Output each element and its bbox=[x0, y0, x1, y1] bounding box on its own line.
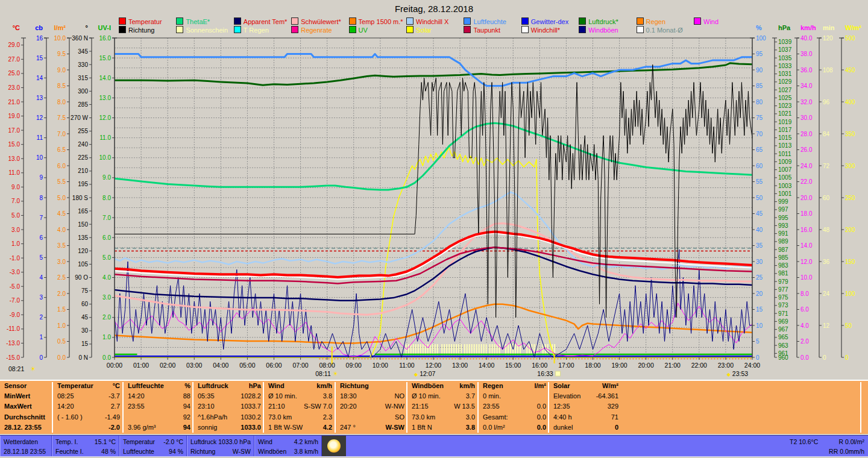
svg-text:02:00: 02:00 bbox=[160, 362, 175, 369]
status-section-3: Luftdruck1033.0 hPaRichtungW-SW bbox=[187, 436, 254, 456]
table-col-solar: SolarW/m²Elevation-64.36112:353294:40 h7… bbox=[550, 381, 621, 434]
svg-text:9.0: 9.0 bbox=[102, 174, 111, 181]
svg-text:2.0: 2.0 bbox=[57, 290, 66, 297]
svg-text:90 O: 90 O bbox=[75, 274, 88, 281]
svg-text:108: 108 bbox=[823, 67, 833, 74]
svg-text:285: 285 bbox=[78, 101, 88, 108]
svg-text:19.0: 19.0 bbox=[8, 113, 20, 119]
svg-text:50: 50 bbox=[756, 195, 763, 201]
svg-text:969: 969 bbox=[778, 318, 788, 325]
svg-text:1001: 1001 bbox=[778, 190, 792, 197]
sensor-summary-table: SensorMinWertMaxWertDurchschnitt28.12. 2… bbox=[0, 380, 868, 434]
svg-text:-13.0: -13.0 bbox=[6, 340, 20, 347]
axis-Wm bbox=[839, 38, 844, 357]
svg-text:105: 105 bbox=[78, 261, 88, 268]
svg-text:1037: 1037 bbox=[778, 46, 792, 53]
svg-text:11: 11 bbox=[37, 134, 43, 141]
svg-text:24: 24 bbox=[823, 290, 830, 297]
svg-text:1019: 1019 bbox=[778, 119, 792, 125]
axis-min bbox=[817, 38, 822, 357]
svg-text:1033: 1033 bbox=[778, 63, 792, 69]
svg-text:48: 48 bbox=[823, 227, 830, 233]
svg-text:34.0: 34.0 bbox=[800, 83, 813, 89]
svg-text:14.0: 14.0 bbox=[99, 75, 112, 81]
svg-text:2.0: 2.0 bbox=[102, 314, 111, 321]
svg-text:5.0: 5.0 bbox=[57, 195, 66, 201]
svg-text:1027: 1027 bbox=[778, 87, 792, 93]
axis-hPa bbox=[772, 38, 777, 357]
svg-text:981: 981 bbox=[778, 270, 788, 277]
axis-kmh bbox=[794, 38, 799, 357]
rain-readout: R 0.0l/m² bbox=[838, 437, 864, 447]
svg-text:23:53: 23:53 bbox=[732, 370, 748, 377]
svg-text:36: 36 bbox=[823, 259, 830, 265]
weather-app-window: Freitag, 28.12.2018 TemperaturThetaE*App… bbox=[0, 0, 868, 458]
rainrate-readout: RR 0.0mm/h bbox=[829, 447, 864, 456]
svg-text:15: 15 bbox=[81, 340, 89, 347]
svg-text:84: 84 bbox=[823, 131, 830, 137]
svg-text:993: 993 bbox=[778, 222, 788, 229]
svg-text:09:00: 09:00 bbox=[346, 362, 362, 369]
svg-text:3.0: 3.0 bbox=[11, 227, 20, 233]
svg-text:350: 350 bbox=[845, 131, 855, 137]
svg-text:1035: 1035 bbox=[778, 55, 792, 61]
svg-text:300: 300 bbox=[78, 88, 88, 95]
svg-text:997: 997 bbox=[778, 206, 788, 213]
svg-text:1021: 1021 bbox=[778, 110, 792, 117]
svg-text:6.0: 6.0 bbox=[102, 234, 111, 241]
svg-text:45: 45 bbox=[756, 210, 763, 217]
svg-text:30.0: 30.0 bbox=[800, 114, 813, 121]
svg-text:963: 963 bbox=[778, 342, 788, 349]
svg-text:10.0: 10.0 bbox=[54, 35, 66, 42]
status-extra-readouts: T2 10.6°C R 0.0l/m² RR 0.0mm/h bbox=[786, 436, 868, 456]
svg-text:0.0: 0.0 bbox=[102, 354, 111, 361]
table-col-temperatur: Temperatur°C08:25-3.714:202.7( - 1.60 )-… bbox=[54, 381, 123, 434]
svg-text:7.0: 7.0 bbox=[57, 131, 66, 137]
svg-text:15: 15 bbox=[36, 55, 43, 61]
svg-text:0: 0 bbox=[756, 354, 760, 361]
svg-text:15.0: 15.0 bbox=[8, 141, 20, 148]
sunset-box-icon bbox=[556, 371, 561, 376]
svg-text:12.0: 12.0 bbox=[800, 259, 813, 265]
svg-text:0.5: 0.5 bbox=[57, 338, 66, 345]
svg-text:135: 135 bbox=[78, 234, 88, 241]
svg-text:25.0: 25.0 bbox=[8, 70, 20, 77]
svg-text:24:00: 24:00 bbox=[744, 362, 760, 369]
svg-text:330: 330 bbox=[78, 61, 88, 68]
svg-text:27.0: 27.0 bbox=[8, 56, 20, 63]
svg-text:240: 240 bbox=[78, 141, 88, 148]
svg-text:1025: 1025 bbox=[778, 95, 792, 101]
svg-text:32.0: 32.0 bbox=[800, 99, 813, 105]
svg-text:08:00: 08:00 bbox=[319, 362, 335, 369]
svg-text:0 N: 0 N bbox=[78, 354, 88, 361]
svg-text:0: 0 bbox=[845, 354, 849, 361]
axis-cb bbox=[44, 38, 49, 357]
svg-text:07:00: 07:00 bbox=[292, 362, 308, 369]
svg-text:21.0: 21.0 bbox=[8, 99, 20, 105]
svg-text:1.5: 1.5 bbox=[57, 306, 66, 313]
svg-text:20: 20 bbox=[756, 290, 763, 297]
svg-text:20.0: 20.0 bbox=[800, 195, 813, 201]
svg-text:0: 0 bbox=[823, 354, 826, 361]
svg-text:0.0: 0.0 bbox=[57, 354, 66, 361]
status-section-4: Wind4.2 km/hWindböen3.8 km/h bbox=[254, 436, 322, 456]
svg-text:100: 100 bbox=[756, 35, 766, 42]
svg-text:1.0: 1.0 bbox=[57, 322, 66, 329]
svg-text:18.0: 18.0 bbox=[800, 210, 813, 217]
svg-text:13.0: 13.0 bbox=[99, 95, 112, 101]
svg-text:150: 150 bbox=[78, 221, 88, 228]
svg-text:315: 315 bbox=[78, 75, 88, 81]
svg-text:5: 5 bbox=[39, 254, 43, 261]
moon-icon bbox=[322, 436, 346, 456]
svg-text:60: 60 bbox=[756, 163, 763, 169]
svg-text:40: 40 bbox=[756, 227, 763, 233]
svg-text:60: 60 bbox=[81, 301, 89, 307]
svg-text:120: 120 bbox=[823, 35, 833, 42]
svg-text:cb: cb bbox=[35, 24, 43, 31]
svg-text:8.0: 8.0 bbox=[102, 195, 111, 201]
svg-text:40.0: 40.0 bbox=[800, 35, 813, 42]
svg-text:14:00: 14:00 bbox=[479, 362, 494, 369]
svg-text:30: 30 bbox=[756, 259, 763, 265]
svg-text:8.0: 8.0 bbox=[800, 290, 809, 297]
svg-text:7: 7 bbox=[39, 215, 43, 221]
